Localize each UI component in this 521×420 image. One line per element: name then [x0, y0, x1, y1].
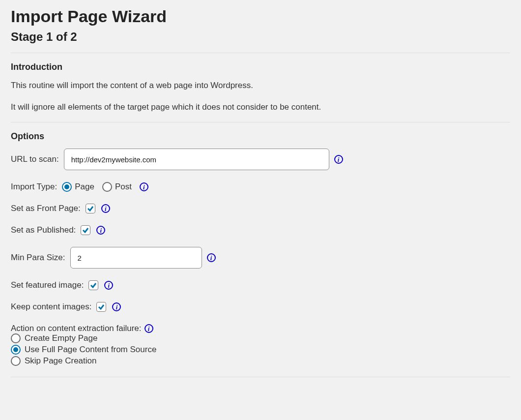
radio-post[interactable] — [102, 182, 112, 192]
info-icon[interactable]: i — [140, 182, 148, 191]
row-published: Set as Published: i — [11, 225, 510, 235]
row-featured-image: Set featured image: i — [11, 280, 510, 290]
info-icon[interactable]: i — [207, 253, 216, 262]
page-title: Import Page Wizard — [11, 7, 510, 26]
featured-label: Set featured image: — [11, 280, 84, 290]
url-input[interactable] — [64, 149, 329, 170]
import-type-label: Import Type: — [11, 182, 57, 192]
front-page-label: Set as Front Page: — [11, 204, 81, 213]
url-label: URL to scan: — [11, 154, 59, 164]
divider — [11, 122, 510, 122]
section-options-heading: Options — [11, 131, 510, 142]
published-label: Set as Published: — [11, 225, 76, 235]
radio-page[interactable] — [62, 182, 72, 192]
radio-page-label: Page — [75, 182, 94, 192]
intro-text-2: It will ignore all elements of the targe… — [11, 101, 510, 114]
row-keep-images: Keep content images: i — [11, 302, 510, 312]
checkbox-front-page[interactable] — [86, 204, 95, 213]
info-icon[interactable]: i — [96, 226, 105, 235]
radio-use-full-content[interactable] — [11, 345, 21, 355]
failure-label: Action on content extraction failure: — [11, 324, 142, 333]
keep-images-label: Keep content images: — [11, 302, 91, 312]
radio-post-label: Post — [115, 182, 132, 192]
radio-skip-creation[interactable] — [11, 356, 21, 366]
radio-create-empty[interactable] — [11, 333, 21, 343]
failure-opt3-label: Skip Page Creation — [25, 356, 96, 366]
failure-options-list: Create Empty Page Use Full Page Content … — [11, 333, 510, 366]
intro-text-1: This routine will import the content of … — [11, 79, 510, 92]
info-icon[interactable]: i — [145, 324, 153, 333]
divider — [11, 377, 510, 377]
checkbox-published[interactable] — [81, 225, 90, 235]
info-icon[interactable]: i — [101, 204, 110, 213]
row-min-para: Min Para Size: i — [11, 247, 510, 269]
row-front-page: Set as Front Page: i — [11, 204, 510, 213]
min-para-label: Min Para Size: — [11, 253, 65, 263]
failure-opt1-label: Create Empty Page — [25, 333, 97, 343]
info-icon[interactable]: i — [104, 281, 113, 290]
section-introduction-heading: Introduction — [11, 62, 510, 72]
divider — [11, 53, 510, 53]
checkbox-featured-image[interactable] — [88, 280, 98, 290]
row-import-type: Import Type: Page Post i — [11, 182, 510, 192]
checkbox-keep-images[interactable] — [96, 302, 106, 312]
stage-title: Stage 1 of 2 — [11, 30, 510, 44]
info-icon[interactable]: i — [334, 155, 343, 164]
wizard-page: Import Page Wizard Stage 1 of 2 Introduc… — [0, 7, 521, 401]
info-icon[interactable]: i — [112, 302, 121, 311]
failure-opt2-label: Use Full Page Content from Source — [25, 345, 156, 355]
row-url-to-scan: URL to scan: i — [11, 149, 510, 170]
min-para-input[interactable] — [70, 247, 202, 269]
row-failure-action: Action on content extraction failure: i — [11, 324, 510, 333]
